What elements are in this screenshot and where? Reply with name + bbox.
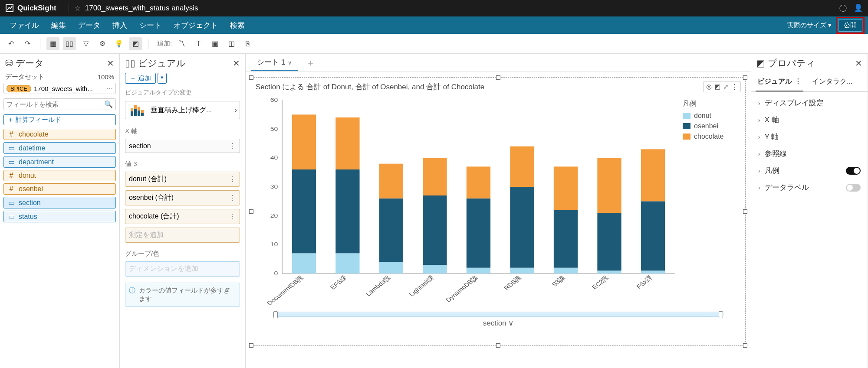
prop-tab-visual[interactable]: ビジュアル⋮ bbox=[756, 73, 803, 91]
value-label: 値 3 bbox=[125, 160, 240, 168]
properties-icon[interactable]: ◩ bbox=[129, 37, 142, 50]
add-line-icon[interactable]: 〽 bbox=[175, 37, 188, 50]
prop-row[interactable]: ›ディスプレイ設定 bbox=[751, 94, 868, 111]
resize-handle[interactable] bbox=[743, 209, 747, 214]
prop-row[interactable]: ›Y 軸 bbox=[751, 128, 868, 145]
resize-handle[interactable] bbox=[249, 209, 253, 214]
visual-frame[interactable]: Section による 合計 of Donut, 合計 of Osenbei, … bbox=[251, 77, 746, 346]
add-text-icon[interactable]: T bbox=[192, 37, 205, 50]
add-image-icon[interactable]: ▣ bbox=[208, 37, 221, 50]
menu-object[interactable]: オブジェクト bbox=[168, 20, 224, 30]
favorite-star-icon[interactable]: ☆ bbox=[74, 4, 81, 13]
search-input[interactable] bbox=[7, 101, 104, 108]
parameters-icon[interactable]: ⚙ bbox=[96, 37, 109, 50]
filter-icon[interactable]: ▽ bbox=[79, 37, 92, 50]
calc-field-button[interactable]: ＋ 計算フィールド bbox=[3, 114, 116, 125]
svg-text:40: 40 bbox=[270, 155, 278, 161]
slider-handle[interactable] bbox=[273, 311, 278, 318]
menu-data[interactable]: データ bbox=[72, 20, 106, 30]
x-axis-well[interactable]: section⋮ bbox=[125, 139, 240, 153]
help-icon[interactable]: ⓘ bbox=[839, 3, 847, 13]
menu-search[interactable]: 検索 bbox=[224, 20, 251, 30]
add-embed-icon[interactable]: ⎘ bbox=[241, 37, 254, 50]
value-well-2[interactable]: chocolate (合計)⋮ bbox=[125, 209, 240, 224]
stacked-bar-chart[interactable]: 0102030405060DocumentDB課EFS課Lambda課Light… bbox=[256, 96, 680, 308]
sheet-tab[interactable]: シート 1∨ bbox=[251, 55, 298, 71]
resize-handle[interactable] bbox=[249, 343, 253, 348]
prop-row[interactable]: ›X 軸 bbox=[751, 111, 868, 128]
add-visual-dropdown[interactable]: ▾ bbox=[158, 73, 167, 84]
redo-icon[interactable]: ↷ bbox=[21, 37, 34, 50]
toggle[interactable] bbox=[846, 167, 861, 175]
expand-icon[interactable]: ⤢ bbox=[723, 83, 729, 91]
svg-rect-26 bbox=[467, 268, 490, 274]
undo-icon[interactable]: ↶ bbox=[4, 37, 17, 50]
svg-text:20: 20 bbox=[270, 212, 278, 218]
kebab-icon[interactable]: ⋮ bbox=[795, 78, 802, 85]
menu-edit[interactable]: 編集 bbox=[45, 20, 72, 30]
svg-rect-27 bbox=[467, 199, 490, 268]
user-icon[interactable]: 👤 bbox=[854, 3, 863, 13]
close-icon[interactable]: ✕ bbox=[233, 58, 240, 68]
resize-handle[interactable] bbox=[743, 343, 747, 348]
insight-icon[interactable]: 💡 bbox=[112, 37, 125, 50]
legend-item-donut[interactable]: donut bbox=[683, 112, 738, 120]
visual-type-select[interactable]: 垂直積み上げ棒グ... › bbox=[125, 101, 240, 119]
visual-panel: ▯▯ ビジュアル ✕ ＋ 追加 ▾ ビジュアルタイプの変更 垂直積み上げ棒グ..… bbox=[120, 54, 246, 368]
svg-text:30: 30 bbox=[270, 183, 278, 189]
menu-insert[interactable]: 挿入 bbox=[106, 20, 133, 30]
menu-file[interactable]: ファイル bbox=[3, 20, 45, 30]
close-icon[interactable]: ✕ bbox=[855, 58, 862, 68]
range-slider[interactable] bbox=[273, 312, 723, 317]
kebab-icon[interactable]: ⋮ bbox=[229, 175, 236, 183]
kebab-icon[interactable]: ⋮ bbox=[731, 83, 738, 91]
forecast-icon[interactable]: ◩ bbox=[714, 83, 720, 91]
search-icon[interactable]: 🔍 bbox=[104, 100, 113, 108]
field-search[interactable]: 🔍 bbox=[3, 98, 116, 110]
value-well-0[interactable]: donut (合計)⋮ bbox=[125, 172, 240, 187]
resize-handle[interactable] bbox=[249, 75, 253, 80]
resize-handle[interactable] bbox=[743, 75, 747, 80]
add-control-icon[interactable]: ◫ bbox=[225, 37, 238, 50]
value-well-placeholder[interactable]: 測定を追加 bbox=[125, 228, 240, 243]
prop-row[interactable]: ›データラベル bbox=[751, 179, 868, 196]
filter-visual-icon[interactable]: ◎ bbox=[706, 83, 712, 91]
x-axis-caption[interactable]: section ∨ bbox=[256, 319, 741, 328]
prop-tab-interact[interactable]: インタラク... bbox=[810, 73, 854, 91]
field-status[interactable]: ▭status bbox=[3, 211, 116, 222]
prop-row[interactable]: ›凡例 bbox=[751, 162, 868, 179]
legend-item-osenbei[interactable]: osenbei bbox=[683, 122, 738, 130]
add-label: 追加: bbox=[157, 39, 172, 48]
svg-rect-24 bbox=[423, 158, 447, 195]
field-chocolate[interactable]: #chocolate bbox=[3, 129, 116, 140]
dataset-pct: 100% bbox=[98, 73, 114, 81]
value-well-1[interactable]: osenbei (合計)⋮ bbox=[125, 190, 240, 205]
add-sheet-button[interactable]: ＋ bbox=[302, 56, 319, 69]
add-visual-button[interactable]: ＋ 追加 bbox=[125, 73, 156, 84]
resize-handle[interactable] bbox=[496, 343, 500, 348]
prop-row[interactable]: ›参照線 bbox=[751, 145, 868, 162]
visual-panel-title: ビジュアル bbox=[138, 57, 186, 69]
legend-item-chocolate[interactable]: chocolate bbox=[683, 133, 738, 140]
group-well-placeholder[interactable]: ディメンションを追加 bbox=[125, 261, 240, 277]
number-icon: # bbox=[7, 130, 15, 138]
field-donut[interactable]: #donut bbox=[3, 170, 116, 181]
data-panel-icon[interactable]: ▦ bbox=[46, 37, 59, 50]
menu-sheet[interactable]: シート bbox=[133, 20, 168, 30]
kebab-icon[interactable]: ⋮ bbox=[229, 142, 236, 150]
zoom-size[interactable]: 実際のサイズ ▾ bbox=[787, 21, 832, 29]
close-icon[interactable]: ✕ bbox=[107, 58, 114, 68]
kebab-icon[interactable]: ⋮ bbox=[229, 194, 236, 202]
toggle[interactable] bbox=[846, 184, 861, 192]
field-department[interactable]: ▭department bbox=[3, 156, 116, 168]
visual-panel-icon[interactable]: ▯▯ bbox=[63, 37, 76, 50]
field-section[interactable]: ▭section bbox=[3, 197, 116, 208]
field-datetime[interactable]: ▭datetime bbox=[3, 142, 116, 154]
slider-handle[interactable] bbox=[719, 311, 723, 318]
publish-button[interactable]: 公開 bbox=[838, 19, 862, 32]
kebab-icon[interactable]: ⋮ bbox=[229, 212, 236, 221]
svg-rect-19 bbox=[379, 199, 403, 262]
field-osenbei[interactable]: #osenbei bbox=[3, 183, 116, 195]
resize-handle[interactable] bbox=[496, 75, 500, 80]
dataset-select[interactable]: SPICE 1700_sweets_with... ⋯ bbox=[3, 83, 116, 94]
